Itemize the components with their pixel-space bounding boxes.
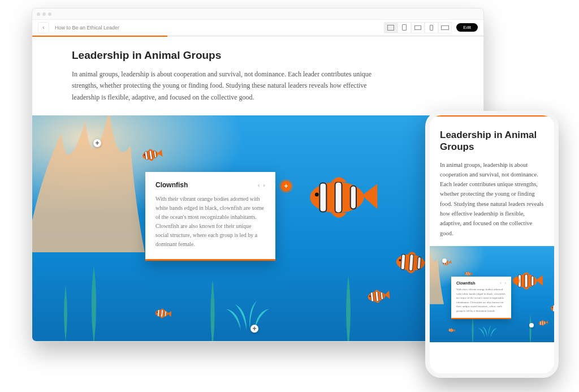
popup-title: Clownfish xyxy=(155,181,258,189)
popup-prev-button[interactable]: ‹ xyxy=(258,182,260,188)
device-phone-button[interactable] xyxy=(425,22,438,33)
page-body-text: In animal groups, leadership is about co… xyxy=(72,68,388,103)
window-chrome xyxy=(32,8,483,20)
labeled-graphic-block: Clownfish ‹ › With their vibrant orange … xyxy=(430,246,554,342)
back-button[interactable]: ‹ xyxy=(38,22,49,33)
traffic-light-icon xyxy=(48,12,51,16)
hotspot-marker[interactable] xyxy=(529,323,534,328)
traffic-light-icon xyxy=(37,12,40,16)
hotspot-marker-active[interactable] xyxy=(513,278,519,283)
popup-title: Clownfish xyxy=(456,281,500,285)
edit-button[interactable]: Edit xyxy=(456,23,478,32)
popup-body: With their vibrant orange bodies adorned… xyxy=(155,195,265,249)
device-laptop-button[interactable] xyxy=(411,22,425,33)
hotspot-marker[interactable] xyxy=(442,259,447,263)
desktop-window: ‹ How to Be an Ethical Leader Edit Leade… xyxy=(32,8,484,342)
tablet-icon xyxy=(402,24,407,31)
popup-nav: ‹ › xyxy=(500,281,506,285)
traffic-light-icon xyxy=(42,12,46,16)
popup-next-button[interactable]: › xyxy=(263,182,265,188)
phone-content: Leadership in Animal Groups In animal gr… xyxy=(430,117,554,238)
device-wide-button[interactable] xyxy=(438,22,452,33)
device-desktop-button[interactable] xyxy=(384,22,397,33)
phone-window: Leadership in Animal Groups In animal gr… xyxy=(425,111,559,378)
page-content: Leadership in Animal Groups In animal gr… xyxy=(32,37,483,341)
page-heading: Leadership in Animal Groups xyxy=(72,49,444,62)
page-body-text: In animal groups, leadership is about co… xyxy=(440,160,544,239)
breadcrumb: How to Be an Ethical Leader xyxy=(55,25,384,31)
popup-body: With their vibrant orange bodies adorned… xyxy=(456,287,506,313)
device-tablet-button[interactable] xyxy=(397,22,411,33)
toolbar: ‹ How to Be an Ethical Leader Edit xyxy=(32,20,483,36)
labeled-graphic-block: + + + Clownfish ‹ › With their vibrant o… xyxy=(32,115,483,341)
phone-icon xyxy=(430,25,433,31)
popup-prev-button[interactable]: ‹ xyxy=(500,281,501,285)
device-preview-switcher xyxy=(384,22,452,33)
desktop-icon xyxy=(387,25,394,31)
page-heading: Leadership in Animal Groups xyxy=(440,129,544,153)
hotspot-popup: Clownfish ‹ › With their vibrant orange … xyxy=(451,277,511,319)
hotspot-popup: Clownfish ‹ › With their vibrant orange … xyxy=(145,172,275,261)
popup-next-button[interactable]: › xyxy=(505,281,506,285)
laptop-icon xyxy=(414,25,421,30)
widescreen-icon xyxy=(441,25,449,30)
popup-nav: ‹ › xyxy=(258,182,265,188)
